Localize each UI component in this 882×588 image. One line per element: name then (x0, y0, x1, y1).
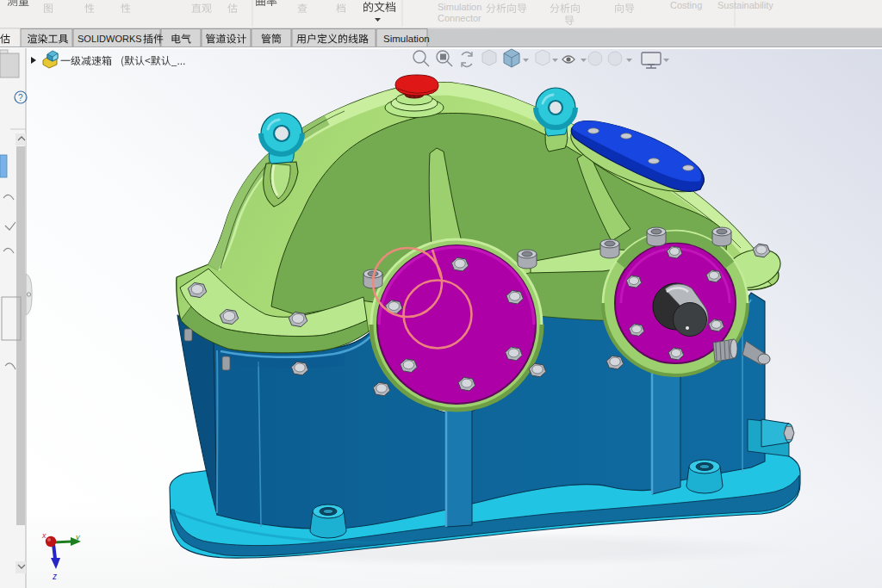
svg-text:Connector: Connector (438, 13, 481, 23)
svg-text:Simulation: Simulation (383, 34, 430, 44)
svg-text:SOLIDWORKS: SOLIDWORKS (78, 34, 142, 44)
svg-text:y: y (75, 533, 80, 542)
svg-text:z: z (52, 572, 57, 581)
svg-text:x: x (41, 531, 47, 540)
svg-text:Sustainability: Sustainability (717, 0, 773, 10)
svg-text:?: ? (18, 93, 23, 102)
svg-text:Simulation: Simulation (438, 2, 481, 12)
svg-text:Costing: Costing (670, 0, 702, 10)
